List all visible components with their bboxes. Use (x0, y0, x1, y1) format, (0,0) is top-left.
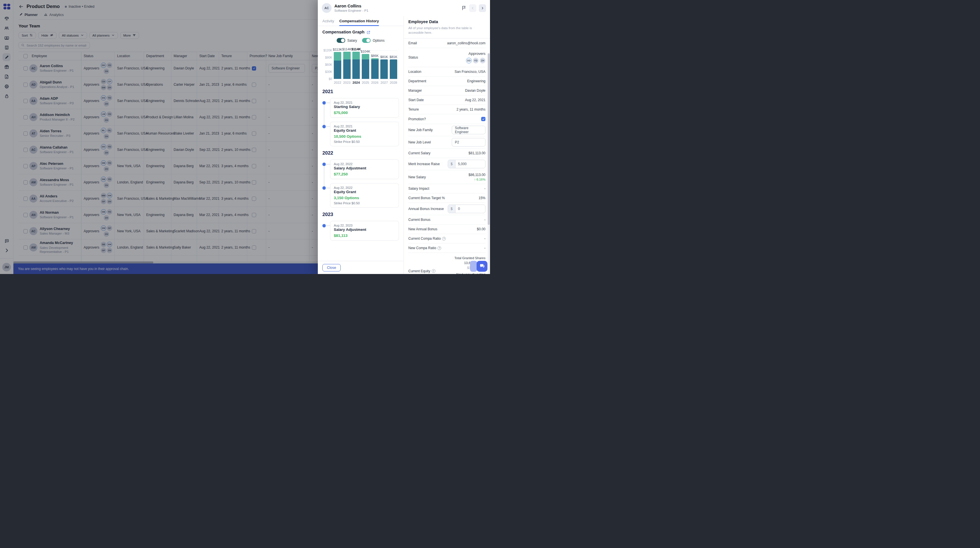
help-icon[interactable]: ? (442, 237, 446, 241)
field-input[interactable]: Software Engineer (452, 126, 485, 134)
field-label-text: Current Equity (408, 269, 430, 273)
timeline-horizontal-connector (326, 164, 330, 164)
employee-data-panel: Employee Data All of your employee's dat… (404, 16, 490, 274)
event-amount: $81,113 (334, 233, 395, 238)
y-axis-tick: $30K (325, 70, 332, 73)
money-input-group[interactable]: $0 (448, 205, 485, 213)
x-axis-tick: 2022 (334, 81, 341, 84)
field-label-text: New Compa Ratio (408, 246, 436, 250)
drawer-tab-activity[interactable]: Activity (322, 16, 334, 26)
timeline-year: 2022 (322, 150, 399, 156)
next-employee-button[interactable] (479, 4, 486, 12)
timeline-event: Aug 22, 2021Starting Salary$75,000 (330, 98, 399, 118)
help-icon[interactable]: ? (438, 246, 441, 250)
field-label-text: New Annual Bonus (408, 227, 437, 231)
field-value: Aug 22, 2021 (465, 98, 485, 102)
timeline-event: Aug 22, 2022Equity Grant3,150 OptionsStr… (330, 183, 399, 208)
drawer-tab-compensation-history[interactable]: Compensation History (339, 16, 379, 26)
field-label: Current Bonus (408, 218, 430, 222)
chat-fab-button[interactable] (477, 261, 487, 272)
help-icon[interactable]: ? (432, 269, 436, 273)
salary-toggle[interactable]: Salary (337, 38, 357, 43)
field-checkbox[interactable] (481, 117, 485, 121)
previous-employee-button[interactable] (469, 4, 476, 12)
field-label: New Salary (408, 175, 426, 179)
flag-icon[interactable] (461, 5, 466, 11)
timeline-event-card[interactable]: Aug 22, 2022Equity Grant3,150 OptionsStr… (330, 183, 399, 208)
field-label: New Annual Bonus (408, 227, 437, 231)
field-input[interactable]: P2 (452, 138, 485, 147)
y-axis-tick: $0 (329, 77, 332, 81)
field-value: - (484, 186, 485, 191)
bar-stack (334, 52, 341, 79)
field-row-start-date: Start DateAug 22, 2021 (408, 96, 485, 105)
external-link-icon[interactable] (367, 30, 371, 34)
field-value: $0.00 (477, 227, 485, 231)
field-row-promotion-: Promotion? (408, 114, 485, 124)
approver-avatars: DDYDZH (466, 58, 485, 64)
field-label-text: Annual Bonus Increase (408, 207, 444, 211)
salary-segment (380, 59, 388, 79)
money-input-value[interactable]: 0 (455, 205, 485, 213)
bar-stack (343, 52, 351, 79)
timeline-event: Aug 22, 2021Equity Grant10,500 OptionsSt… (330, 122, 399, 146)
bar-stack (371, 58, 379, 79)
field-row-location: LocationSan Francisco, USA (408, 67, 485, 76)
field-label-text: Current Bonus (408, 218, 430, 222)
timeline-event-card[interactable]: Aug 22, 2023Salary Adjustment$81,113 (330, 221, 399, 241)
drawer-footer: Close (318, 261, 404, 274)
field-value: - (484, 246, 485, 250)
event-date: Aug 22, 2021 (334, 124, 395, 128)
bar-stack (390, 59, 397, 79)
event-title: Equity Grant (334, 128, 395, 132)
modal-scrim[interactable] (0, 0, 318, 274)
field-row-current-bonus: Current Bonus- (408, 215, 485, 225)
event-title: Equity Grant (334, 190, 395, 194)
field-row-email: Emailaaron_collins@hooli.com (408, 38, 485, 48)
y-axis-tick: $90K (325, 56, 332, 59)
currency-prefix: $ (448, 160, 455, 168)
salary-segment (362, 59, 369, 79)
field-row-new-salary: New Salary$86,113.00↑ 6.16% (408, 170, 485, 184)
timeline-event-card[interactable]: Aug 22, 2021Starting Salary$75,000 (330, 98, 399, 118)
money-input-value[interactable]: 5,000 (455, 160, 485, 168)
field-row-current-salary: Current Salary$81,113.00 (408, 148, 485, 158)
toggle-label: Salary (347, 38, 357, 43)
field-value: 2 years, 11 months (457, 107, 485, 112)
field-label: New Job Family (408, 128, 433, 132)
secondary-chat-button[interactable] (470, 261, 477, 272)
field-row-department: DepartmentEngineering (408, 76, 485, 86)
options-toggle[interactable]: Options (362, 38, 384, 43)
salary-toggle-switch[interactable] (337, 38, 345, 43)
field-row-new-compa-ratio: New Compa Ratio?- (408, 244, 485, 253)
app-root: JM Product Demo Inactive • Ended Planner… (0, 0, 490, 274)
event-date: Aug 22, 2022 (334, 162, 395, 166)
event-note: Strike Price $0.50 (334, 201, 395, 205)
money-input-group[interactable]: $5,000 (448, 160, 485, 168)
event-title: Salary Adjustment (334, 166, 395, 170)
field-label-text: Current Salary (408, 151, 430, 155)
bar-2022: $113K (334, 50, 341, 79)
timeline-event-card[interactable]: Aug 22, 2022Salary Adjustment$77,250 (330, 159, 399, 179)
approver-avatar: DD (466, 58, 472, 64)
timeline-event-card[interactable]: Aug 22, 2021Equity Grant10,500 OptionsSt… (330, 122, 399, 146)
x-axis-tick: 2026 (371, 81, 379, 84)
field-label-text: Tenure (408, 107, 419, 112)
field-value: aaron_collins@hooli.com (447, 41, 485, 45)
bar-value-label: $81K (384, 55, 402, 59)
compensation-timeline: 2021Aug 22, 2021Starting Salary$75,000Au… (322, 89, 399, 241)
new-salary-amount: $86,113.00 (469, 173, 485, 177)
options-toggle-switch[interactable] (362, 38, 371, 43)
field-value: $81,113.00 (469, 151, 485, 155)
bar-stack (352, 52, 360, 79)
field-value: 15% (479, 196, 485, 200)
event-amount: $75,000 (334, 111, 395, 115)
close-button[interactable]: Close (322, 264, 340, 271)
vertical-scrollbar-thumb[interactable] (488, 53, 490, 225)
x-axis-tick: 2023 (343, 81, 351, 84)
field-label-text: Merit Increase Raise (408, 162, 440, 166)
timeline-horizontal-connector (326, 188, 330, 188)
event-date: Aug 22, 2022 (334, 186, 395, 190)
event-title: Starting Salary (334, 105, 395, 109)
employee-name: Aaron Collins (334, 4, 368, 8)
